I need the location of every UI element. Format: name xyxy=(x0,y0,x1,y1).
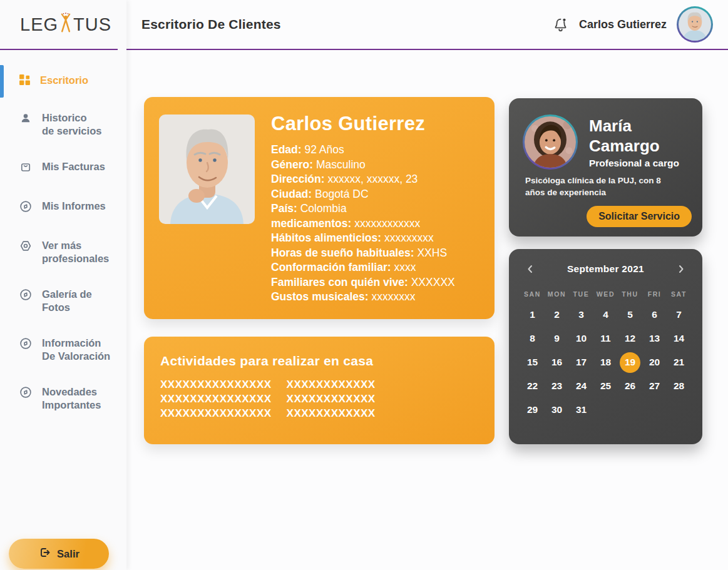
grid-icon xyxy=(19,74,31,89)
calendar-weekday: MON xyxy=(545,290,569,298)
sidebar-item-label: InformaciónDe Valoración xyxy=(42,337,110,363)
calendar-weekday: THU xyxy=(618,290,642,298)
sidebar-menu: Escritorio Historicode servicios xyxy=(0,50,126,539)
sidebar-item-mis-facturas[interactable]: Mis Facturas xyxy=(0,160,126,177)
calendar-day[interactable]: 3 xyxy=(569,303,593,327)
calendar-day[interactable]: 14 xyxy=(667,327,691,350)
compass-icon xyxy=(19,337,33,354)
sidebar-item-novedades-importantes[interactable]: NovedadesImportantes xyxy=(0,385,126,412)
logout-button[interactable]: Salir xyxy=(9,539,109,569)
sidebar-item-mis-informes[interactable]: Mis Informes xyxy=(0,200,126,216)
sidebar-item-label: NovedadesImportantes xyxy=(42,385,101,412)
sidebar-item-label: Escritorio xyxy=(40,74,88,87)
user-avatar[interactable] xyxy=(677,6,713,43)
header-user-name[interactable]: Carlos Gutierrez xyxy=(579,18,667,31)
professional-name: María Camargo xyxy=(589,116,679,156)
page-title: Escritorio De Clientes xyxy=(141,17,281,32)
activities-list: XXXXXXXXXXXXXXXXXXXXXXXXXXXXXXXXXXXXXXXX… xyxy=(160,377,495,420)
calendar-day[interactable]: 25 xyxy=(593,374,618,398)
calendar-day[interactable]: 28 xyxy=(667,374,691,398)
calendar-day[interactable]: 1 xyxy=(520,303,545,327)
logo-person-icon xyxy=(59,13,73,35)
calendar-day[interactable]: 13 xyxy=(642,327,667,350)
client-photo xyxy=(159,115,255,224)
profile-field: Dirección: xxxxxx, xxxxxx, 23 xyxy=(271,172,484,187)
calendar-day[interactable]: 21 xyxy=(667,350,691,374)
sidebar-item-informacion-de-valoracion[interactable]: InformaciónDe Valoración xyxy=(0,337,126,363)
calendar-day[interactable]: 7 xyxy=(667,303,691,327)
calendar-day[interactable]: 23 xyxy=(545,374,569,398)
sidebar-item-escritorio[interactable]: Escritorio xyxy=(0,74,126,89)
profile-field: Familiares con quién vive: XXXXXX xyxy=(271,275,484,290)
profile-field: País: Colombia xyxy=(271,201,484,216)
calendar-weekday: SAT xyxy=(667,290,691,298)
activity-row: XXXXXXXXXXXXXXXXXXXXXXXXXXX xyxy=(160,406,495,420)
top-header: Escritorio De Clientes Carlos Gutierrez xyxy=(126,0,728,50)
profile-field: Horas de sueño habituales: XXHS xyxy=(271,246,484,261)
calendar-weekdays: SANMONTUEWEDTHUFRISAT xyxy=(520,290,691,298)
profile-field: Ciudad: Bogotá DC xyxy=(271,187,484,202)
calendar-day[interactable]: 30 xyxy=(545,398,569,422)
chevron-left-icon[interactable] xyxy=(524,263,536,275)
logo-text-left: LEG xyxy=(20,14,58,35)
active-indicator xyxy=(0,65,4,98)
logout-label: Salir xyxy=(57,548,79,560)
professional-role: Profesional a cargo xyxy=(589,158,679,169)
calendar-day[interactable]: 29 xyxy=(520,398,545,422)
sidebar-item-galeria-de-fotos[interactable]: Galería deFotos xyxy=(0,288,126,314)
sidebar-item-historico-de-servicios[interactable]: Historicode servicios xyxy=(0,111,126,138)
calendar-day[interactable]: 4 xyxy=(593,303,618,327)
sidebar-item-ver-mas-profesionales[interactable]: Ver másprofesionales xyxy=(0,239,126,265)
calendar-day[interactable]: 16 xyxy=(545,350,569,374)
calendar-day[interactable]: 15 xyxy=(520,350,545,374)
app-window: LEG TUS xyxy=(0,0,728,570)
calendar-day[interactable]: 11 xyxy=(593,327,618,350)
calendar-day[interactable]: 9 xyxy=(545,327,569,350)
calendar-day[interactable]: 20 xyxy=(642,350,667,374)
professional-name-block: María Camargo Profesional a cargo xyxy=(589,116,679,169)
compass-icon xyxy=(19,385,33,402)
main-area: Escritorio De Clientes Carlos Gutierrez xyxy=(126,0,728,570)
calendar-day[interactable]: 2 xyxy=(545,303,569,327)
calendar-day[interactable]: 31 xyxy=(569,398,593,422)
calendar-day[interactable]: 12 xyxy=(618,327,642,350)
content-area: Carlos Gutierrez Edad: 92 AñosGénero: Ma… xyxy=(126,50,728,570)
calendar-day[interactable]: 24 xyxy=(569,374,593,398)
bell-icon[interactable] xyxy=(552,16,569,33)
bag-icon xyxy=(19,160,33,177)
calendar-month-label: September 2021 xyxy=(567,263,644,275)
calendar-day[interactable]: 5 xyxy=(618,303,642,327)
professional-card: María Camargo Profesional a cargo Psicól… xyxy=(509,98,702,237)
calendar-day[interactable]: 6 xyxy=(642,303,667,327)
client-profile-card: Carlos Gutierrez Edad: 92 AñosGénero: Ma… xyxy=(144,97,495,319)
calendar-day[interactable]: 27 xyxy=(642,374,667,398)
calendar-header: September 2021 xyxy=(509,249,702,275)
request-service-button[interactable]: Solicitar Servicio xyxy=(587,206,692,227)
activity-row: XXXXXXXXXXXXXXXXXXXXXXXXXXX xyxy=(160,377,495,392)
header-right: Carlos Gutierrez xyxy=(552,6,713,43)
sidebar-item-label: Mis Informes xyxy=(42,200,106,213)
calendar-weekday: TUE xyxy=(569,290,593,298)
sidebar-item-label: Galería deFotos xyxy=(42,288,92,314)
logo-text-right: TUS xyxy=(73,14,111,35)
professional-description: Psicóloga clínica de la PUJ, con 8 años … xyxy=(525,175,682,198)
person-icon xyxy=(19,111,33,128)
calendar-day[interactable]: 22 xyxy=(520,374,545,398)
sidebar-item-label: Mis Facturas xyxy=(42,160,105,173)
profile-field: Gustos musicales: xxxxxxxx xyxy=(271,290,484,305)
calendar-day[interactable]: 17 xyxy=(569,350,593,374)
client-name: Carlos Gutierrez xyxy=(271,113,484,135)
chevron-right-icon[interactable] xyxy=(675,263,687,275)
calendar-day[interactable]: 8 xyxy=(520,327,545,350)
profile-field: Hábitos alimenticios: xxxxxxxxx xyxy=(271,231,484,246)
calendar-weekday: FRI xyxy=(642,290,667,298)
calendar-weekday: WED xyxy=(593,290,618,298)
sidebar-item-label: Historicode servicios xyxy=(42,111,101,138)
calendar-day[interactable]: 18 xyxy=(593,350,618,374)
calendar-card: September 2021 SANMONTUEWEDTHUFRISAT 123… xyxy=(509,249,702,444)
calendar-day[interactable]: 26 xyxy=(618,374,642,398)
sidebar: LEG TUS xyxy=(0,0,126,570)
calendar-day[interactable]: 10 xyxy=(569,327,593,350)
sidebar-item-label: Ver másprofesionales xyxy=(42,239,109,265)
calendar-day[interactable]: 19 xyxy=(618,350,642,374)
